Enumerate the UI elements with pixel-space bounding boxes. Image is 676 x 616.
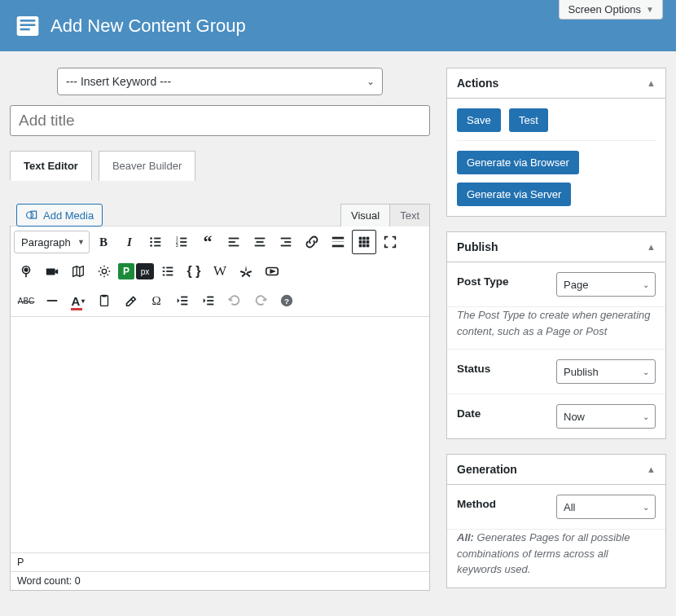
test-button[interactable]: Test — [509, 108, 548, 132]
svg-rect-50 — [47, 300, 58, 301]
post-type-select[interactable]: Page — [556, 272, 656, 297]
bold-icon[interactable]: B — [91, 230, 116, 254]
svg-rect-24 — [281, 238, 292, 240]
mode-tab-visual[interactable]: Visual — [340, 204, 390, 227]
add-media-button[interactable]: Add Media — [16, 204, 103, 227]
save-button[interactable]: Save — [457, 108, 501, 132]
link-icon[interactable] — [300, 230, 324, 254]
svg-point-4 — [27, 212, 33, 218]
mode-tab-text[interactable]: Text — [390, 204, 430, 227]
svg-rect-44 — [166, 267, 173, 269]
panel-actions-toggle[interactable]: Actions ▲ — [447, 68, 665, 99]
list-icon[interactable] — [156, 259, 180, 284]
svg-rect-13 — [180, 238, 187, 240]
panel-generation-toggle[interactable]: Generation ▲ — [447, 455, 665, 485]
svg-point-6 — [150, 237, 152, 240]
svg-point-40 — [24, 268, 28, 271]
unordered-list-icon[interactable] — [143, 230, 168, 254]
outdent-icon[interactable] — [170, 288, 195, 313]
svg-text:?: ? — [284, 297, 289, 306]
map-icon[interactable] — [66, 259, 90, 284]
media-icon — [25, 209, 38, 222]
help-icon[interactable]: ? — [274, 288, 299, 313]
align-left-icon[interactable] — [222, 230, 246, 254]
svg-rect-25 — [284, 241, 291, 243]
p-box-icon[interactable]: P — [118, 263, 134, 279]
abc-icon[interactable]: ABC — [14, 288, 38, 313]
svg-rect-15 — [180, 241, 187, 243]
post-type-help: The Post Type to create when generating … — [447, 307, 665, 349]
status-select[interactable]: Publish — [556, 359, 656, 384]
pin-icon[interactable] — [14, 259, 38, 284]
paste-icon[interactable] — [92, 288, 116, 313]
svg-rect-56 — [207, 297, 213, 298]
format-select[interactable]: Paragraph — [14, 231, 90, 253]
screen-options-toggle[interactable]: Screen Options ▼ — [559, 0, 663, 20]
title-input[interactable] — [10, 105, 430, 136]
tab-text-editor[interactable]: Text Editor — [10, 151, 92, 181]
editor-element-path: P — [11, 553, 429, 571]
svg-rect-35 — [367, 240, 370, 244]
toolbar-toggle-icon[interactable] — [352, 230, 376, 254]
yelp-icon[interactable] — [234, 259, 258, 284]
svg-rect-26 — [281, 245, 292, 247]
align-right-icon[interactable] — [274, 230, 298, 254]
svg-rect-47 — [163, 275, 165, 276]
undo-icon[interactable] — [222, 288, 247, 313]
method-help: All: Generates Pages for all possible co… — [447, 530, 665, 587]
special-char-icon[interactable]: Ω — [144, 288, 169, 313]
tab-beaver-builder[interactable]: Beaver Builder — [99, 151, 195, 181]
wikipedia-icon[interactable]: W — [208, 259, 232, 284]
svg-rect-58 — [207, 304, 213, 306]
svg-rect-30 — [359, 237, 362, 240]
svg-rect-18 — [229, 238, 239, 240]
generate-server-button[interactable]: Generate via Server — [457, 183, 571, 206]
svg-rect-53 — [181, 297, 187, 298]
date-select[interactable]: Now — [556, 404, 656, 429]
sun-icon[interactable] — [92, 259, 116, 284]
svg-rect-23 — [255, 245, 266, 247]
braces-icon[interactable]: { } — [182, 259, 206, 284]
indent-icon[interactable] — [196, 288, 221, 313]
read-more-icon[interactable] — [326, 230, 350, 254]
svg-rect-17 — [180, 245, 187, 247]
post-type-label: Post Type — [457, 272, 509, 288]
align-center-icon[interactable] — [248, 230, 272, 254]
svg-rect-48 — [166, 275, 173, 276]
svg-rect-22 — [257, 241, 264, 243]
panel-publish: Publish ▲ Post Type Page ⌄ The Post Type… — [446, 231, 666, 439]
camera-icon[interactable] — [40, 259, 64, 284]
ordered-list-icon[interactable]: 123 — [169, 230, 194, 254]
svg-rect-46 — [166, 271, 173, 272]
fullscreen-icon[interactable] — [378, 230, 402, 254]
svg-rect-20 — [229, 245, 239, 247]
method-select[interactable]: All — [556, 495, 656, 519]
blockquote-icon[interactable]: “ — [195, 230, 220, 254]
redo-icon[interactable] — [248, 288, 273, 313]
svg-text:3: 3 — [176, 243, 178, 248]
svg-rect-29 — [332, 245, 344, 248]
date-label: Date — [457, 404, 481, 420]
italic-icon[interactable]: I — [117, 230, 142, 254]
text-color-icon[interactable]: A▾ — [66, 288, 90, 313]
pixabay-icon[interactable]: px — [136, 263, 154, 279]
chevron-up-icon: ▲ — [647, 242, 656, 252]
svg-rect-33 — [359, 240, 362, 244]
hr-icon[interactable] — [40, 288, 64, 313]
chevron-down-icon: ▼ — [646, 5, 654, 14]
svg-rect-2 — [20, 24, 36, 26]
youtube-icon[interactable] — [260, 259, 284, 284]
insert-keyword-select[interactable]: --- Insert Keyword --- — [57, 68, 383, 95]
svg-rect-31 — [362, 237, 366, 240]
editor-textarea[interactable] — [11, 316, 429, 552]
generate-browser-button[interactable]: Generate via Browser — [457, 151, 579, 174]
svg-point-10 — [150, 244, 152, 247]
clear-format-icon[interactable] — [118, 288, 143, 313]
chevron-up-icon: ▲ — [647, 78, 656, 88]
svg-rect-41 — [46, 268, 55, 275]
svg-rect-36 — [359, 244, 362, 248]
svg-rect-21 — [255, 238, 266, 240]
panel-publish-toggle[interactable]: Publish ▲ — [447, 232, 665, 262]
svg-point-42 — [102, 269, 106, 273]
status-label: Status — [457, 359, 490, 375]
